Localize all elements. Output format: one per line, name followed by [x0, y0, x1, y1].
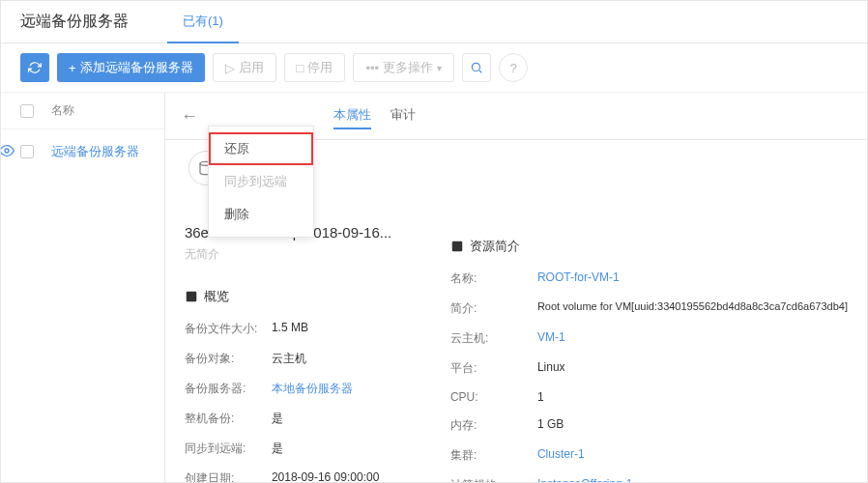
- refresh-button[interactable]: [20, 53, 49, 82]
- add-server-button[interactable]: + 添加远端备份服务器: [57, 53, 205, 82]
- start-button[interactable]: ▷ 启用: [213, 53, 276, 82]
- chevron-down-icon: ▾: [437, 63, 442, 73]
- server-list-panel: 名称 远端备份服务器: [1, 93, 165, 483]
- more-label: 更多操作: [383, 59, 433, 76]
- search-button[interactable]: [462, 53, 491, 82]
- backup-server-link[interactable]: 本地备份服务器: [272, 381, 353, 397]
- tab-existing[interactable]: 已有(1): [167, 1, 239, 43]
- dropdown-restore[interactable]: 还原: [209, 132, 313, 165]
- resource-title-text: 资源简介: [470, 238, 520, 255]
- vm-link[interactable]: VM-1: [537, 330, 565, 347]
- instance-offering-link[interactable]: InstanceOffering-1: [537, 477, 633, 483]
- play-icon: ▷: [225, 61, 235, 75]
- kv-res-platform: 平台:Linux: [450, 360, 848, 377]
- page-title: 远端备份服务器: [20, 12, 129, 32]
- stop-label: 停用: [307, 59, 333, 76]
- svg-point-0: [472, 63, 479, 71]
- plus-icon: +: [69, 61, 76, 75]
- resource-column: 资源简介 名称:ROOT-for-VM-1 简介:Root volume for…: [441, 141, 867, 483]
- detail-tabs: 本属性 审计: [333, 102, 416, 129]
- root-volume-link[interactable]: ROOT-for-VM-1: [537, 270, 620, 287]
- kv-target: 备份对象:云主机: [185, 351, 421, 367]
- help-icon: ?: [509, 61, 516, 75]
- kv-whole: 整机备份:是: [185, 411, 421, 427]
- search-icon: [470, 61, 483, 74]
- more-actions-button[interactable]: ••• 更多操作 ▾: [353, 53, 454, 82]
- list-row[interactable]: 远端备份服务器: [1, 129, 164, 174]
- kv-res-plan: 计算规格:InstanceOffering-1: [450, 477, 848, 483]
- refresh-icon: [28, 61, 42, 74]
- overview-title-text: 概览: [204, 288, 229, 305]
- kv-created: 创建日期:2018-09-16 09:00:00: [185, 470, 421, 483]
- kv-res-name: 名称:ROOT-for-VM-1: [450, 270, 848, 287]
- stop-icon: □: [297, 61, 304, 75]
- back-button[interactable]: ←: [181, 106, 198, 127]
- kv-res-cluster: 集群:Cluster-1: [450, 447, 848, 464]
- dropdown-sync[interactable]: 同步到远端: [209, 165, 313, 198]
- resource-section-title: 资源简介: [450, 238, 848, 255]
- content-area: 名称 远端备份服务器 ← 本属性 审计 还原 同步到远端 删除: [1, 93, 867, 483]
- kv-size: 备份文件大小:1.5 MB: [185, 321, 421, 337]
- start-label: 启用: [239, 59, 264, 76]
- backup-subtitle: 无简介: [185, 246, 421, 263]
- tab-basic[interactable]: 本属性: [333, 102, 371, 129]
- kv-res-brief: 简介:Root volume for VM[uuid:3340195562bd4…: [450, 300, 848, 317]
- svg-rect-4: [452, 242, 463, 252]
- svg-rect-3: [187, 292, 197, 302]
- kv-res-mem: 内存:1 GB: [450, 417, 848, 434]
- server-name-link[interactable]: 远端备份服务器: [51, 143, 139, 160]
- kv-res-host: 云主机:VM-1: [450, 330, 848, 347]
- visibility-icon: [0, 143, 14, 161]
- cluster-link[interactable]: Cluster-1: [537, 447, 585, 464]
- detail-panel: ← 本属性 审计 还原 同步到远端 删除 36eab640-backup-201…: [165, 93, 867, 483]
- list-header: 名称: [1, 93, 164, 129]
- overview-section-title: 概览: [185, 288, 421, 305]
- toolbar: + 添加远端备份服务器 ▷ 启用 □ 停用 ••• 更多操作 ▾ ?: [1, 43, 867, 93]
- kv-server: 备份服务器:本地备份服务器: [185, 381, 421, 397]
- help-button[interactable]: ?: [499, 53, 528, 82]
- kv-res-cpu: CPU:1: [450, 390, 848, 404]
- dropdown-delete[interactable]: 删除: [209, 198, 313, 231]
- dots-icon: •••: [365, 61, 379, 75]
- col-name-header: 名称: [51, 102, 74, 119]
- list-icon: [185, 290, 198, 303]
- add-server-label: 添加远端备份服务器: [80, 59, 193, 76]
- row-checkbox[interactable]: [20, 145, 34, 158]
- tab-audit[interactable]: 审计: [391, 102, 416, 129]
- actions-dropdown: 还原 同步到远端 删除: [208, 126, 314, 238]
- info-icon: [450, 240, 464, 253]
- page-header: 远端备份服务器 已有(1): [1, 1, 867, 43]
- kv-sync: 同步到远端:是: [185, 440, 421, 457]
- stop-button[interactable]: □ 停用: [284, 53, 346, 82]
- select-all-checkbox[interactable]: [20, 104, 34, 118]
- svg-point-1: [5, 149, 9, 153]
